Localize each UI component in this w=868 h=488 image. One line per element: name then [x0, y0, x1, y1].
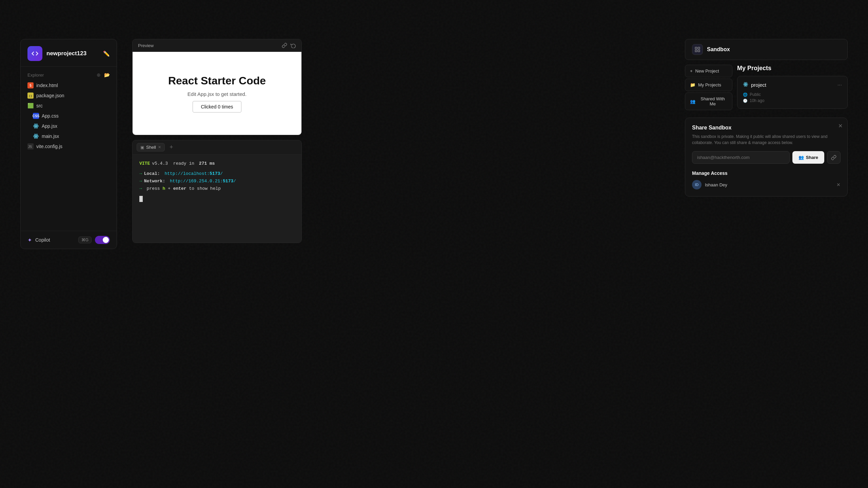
svg-rect-10	[695, 47, 697, 49]
project-card-meta: 🌐 Public 🕐 10h ago	[743, 92, 842, 103]
arrow-icon: →	[139, 185, 142, 192]
sandbox-icon	[692, 44, 703, 55]
project-card-name: project	[743, 82, 766, 88]
list-item[interactable]: main.jsx	[21, 131, 117, 141]
terminal-spacer2	[139, 195, 295, 203]
terminal-help-text: press h + enter to show help	[144, 185, 221, 192]
explorer-actions: ⊕ 📂	[97, 72, 110, 78]
my-projects-label: My Projects	[698, 82, 721, 87]
manage-access-title: Manage Access	[692, 170, 841, 176]
meta-time: 🕐 10h ago	[743, 98, 842, 103]
time-text: 10h ago	[750, 98, 764, 103]
main-panel: Preview React Starter Code Edit App.jsx …	[132, 39, 302, 243]
share-close-button[interactable]: ✕	[838, 123, 843, 129]
file-name: main.jsx	[42, 134, 59, 139]
new-project-button[interactable]: + New Project	[685, 65, 732, 77]
preview-heading: React Starter Code	[168, 75, 266, 87]
explorer-section: Explorer ⊕ 📂 5 index.html { } package.js…	[21, 67, 117, 231]
new-folder-icon[interactable]: 📂	[104, 72, 110, 78]
terminal-network-url: http://169.254.0.21:5173/	[167, 178, 236, 185]
my-projects-button[interactable]: 📁 My Projects	[685, 79, 732, 91]
plus-icon: +	[690, 68, 693, 74]
svg-point-0	[35, 125, 37, 127]
share-sandbox: ✕ Share Sandbox This sandbox is private.…	[685, 118, 848, 197]
explorer-label: Explorer ⊕ 📂	[21, 71, 117, 80]
svg-rect-12	[698, 50, 700, 52]
react-icon	[743, 82, 748, 88]
new-file-icon[interactable]: ⊕	[97, 72, 101, 78]
arrow-icon: →	[139, 170, 142, 178]
user-avatar: ID	[692, 180, 702, 189]
copilot-sparkle-icon: ✦	[27, 237, 32, 243]
access-item: ID Ishaan Dey ✕	[692, 180, 841, 189]
sandbox-header: Sandbox	[685, 39, 848, 60]
globe-icon: 🌐	[743, 93, 748, 97]
shell-tab[interactable]: ▣ Shell ✕	[137, 143, 165, 151]
share-people-icon: 👥	[798, 155, 804, 160]
new-project-label: New Project	[695, 68, 719, 74]
project-menu-button[interactable]: ···	[837, 82, 842, 88]
vite-label: VITE	[139, 160, 150, 167]
click-counter-button[interactable]: Clicked 0 times	[193, 101, 242, 113]
copy-link-button[interactable]	[827, 151, 841, 164]
list-item[interactable]: CSS App.css	[21, 111, 117, 121]
visibility-text: Public	[750, 92, 761, 97]
sidebar-header: newproject123 ✏️	[21, 39, 117, 67]
clock-icon: 🕐	[743, 99, 748, 103]
file-tree: 5 index.html { } package.json 🟩 src CSS …	[21, 80, 117, 151]
list-item[interactable]: 5 index.html	[21, 80, 117, 90]
share-email-input[interactable]	[692, 151, 790, 164]
add-tab-button[interactable]: +	[167, 143, 175, 151]
shell-tab-label: Shell	[146, 145, 156, 150]
preview-header: Preview	[133, 39, 301, 52]
list-item[interactable]: { } package.json	[21, 90, 117, 101]
terminal-cursor	[139, 196, 143, 202]
projects-section: My Projects project ··· 🌐 Public	[737, 65, 848, 113]
js-icon: JS	[27, 143, 34, 149]
sandbox-title: Sandbox	[707, 46, 730, 53]
svg-text:JS: JS	[28, 145, 32, 148]
project-name: newproject123	[46, 50, 99, 57]
list-item[interactable]: App.jsx	[21, 121, 117, 131]
svg-point-14	[745, 84, 746, 85]
link-icon[interactable]	[282, 43, 287, 48]
file-name: vite.config.js	[36, 144, 62, 149]
preview-subtext: Edit App.jsx to get started.	[188, 91, 246, 97]
meta-visibility: 🌐 Public	[743, 92, 842, 97]
folder-name: src	[36, 103, 43, 108]
terminal-line: → Network: http://169.254.0.21:5173/	[139, 178, 295, 185]
terminal-time: 271 ms	[199, 160, 215, 167]
share-description: This sandbox is private. Making it publi…	[692, 134, 841, 146]
terminal-tab-icon: ▣	[140, 145, 144, 150]
list-item[interactable]: 🟩 src	[21, 101, 117, 111]
share-title: Share Sandbox	[692, 125, 841, 131]
preview-panel: Preview React Starter Code Edit App.jsx …	[132, 39, 302, 135]
svg-point-4	[35, 136, 37, 137]
edit-icon[interactable]: ✏️	[103, 50, 110, 57]
my-projects-title: My Projects	[737, 65, 848, 72]
terminal-tabs: ▣ Shell ✕ +	[133, 140, 301, 155]
access-user-name: Ishaan Dey	[705, 182, 727, 187]
terminal-content: VITE v5.4.3 ready in 271 ms → Local: htt…	[133, 155, 301, 243]
shared-with-me-button[interactable]: 👥 Shared With Me	[685, 93, 732, 110]
terminal-line: → Local: http://localhost:5173/	[139, 170, 295, 178]
jsx-icon	[33, 123, 39, 129]
file-name: App.css	[42, 113, 59, 119]
jsx-icon2	[33, 133, 39, 139]
preview-title: Preview	[138, 43, 154, 48]
remove-access-button[interactable]: ✕	[836, 182, 841, 187]
close-tab-icon[interactable]: ✕	[158, 145, 161, 149]
refresh-icon[interactable]	[291, 43, 296, 48]
project-icon	[27, 46, 42, 61]
sidebar: newproject123 ✏️ Explorer ⊕ 📂 5 index.ht…	[20, 39, 117, 249]
svg-rect-13	[695, 50, 697, 52]
folder-nav-icon: 📁	[690, 82, 695, 87]
list-item[interactable]: JS vite.config.js	[21, 141, 117, 151]
copilot-toggle[interactable]	[95, 236, 110, 244]
html-icon: 5	[27, 82, 34, 88]
terminal-label: Local:	[144, 170, 160, 178]
share-button[interactable]: 👥 Share	[792, 151, 824, 164]
css-icon: CSS	[33, 113, 39, 119]
terminal-text: v5.4.3 ready in	[152, 160, 197, 167]
arrow-icon: →	[139, 178, 142, 185]
